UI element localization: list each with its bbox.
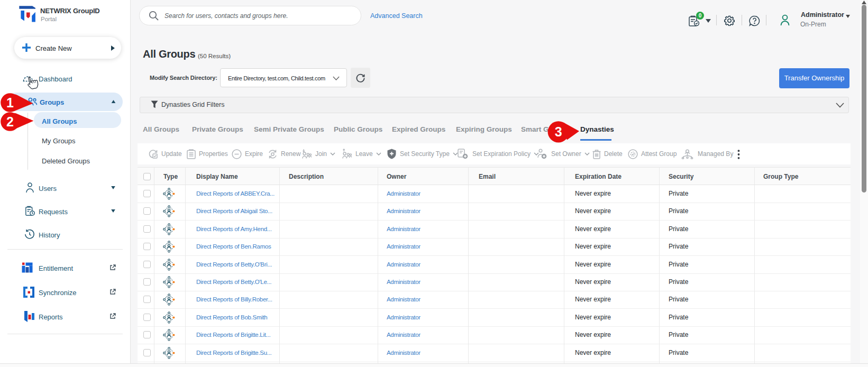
- svg-text:2: 2: [6, 114, 14, 129]
- svg-text:3: 3: [555, 124, 562, 139]
- svg-text:1: 1: [6, 95, 14, 110]
